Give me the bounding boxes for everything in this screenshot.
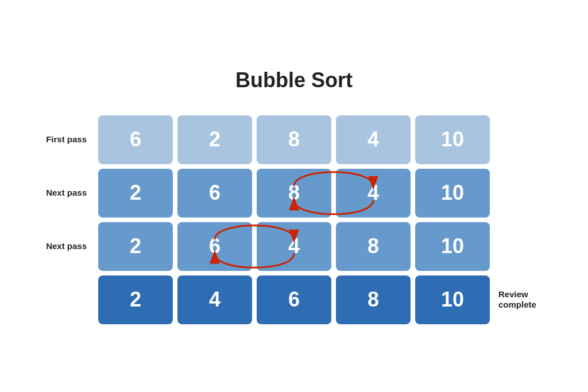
cell-2-2: 4 [257, 222, 331, 271]
cell-1-0: 2 [98, 169, 173, 218]
row-label-0: First pass [29, 134, 98, 145]
page-title: Bubble Sort [235, 68, 353, 92]
row-0: First pass628410 [29, 115, 559, 164]
cell-0-3: 4 [336, 115, 411, 164]
cell-3-1: 4 [177, 275, 252, 324]
cell-1-1: 6 [177, 169, 252, 218]
cell-3-4: 10 [415, 275, 490, 324]
main-container: Bubble Sort First pass628410Next pass268… [29, 68, 559, 324]
cell-2-1: 6 [177, 222, 252, 271]
cell-2-4: 10 [415, 222, 490, 271]
sort-grid: First pass628410Next pass268410 Next pas… [29, 115, 559, 324]
cell-2-3: 8 [336, 222, 411, 271]
cell-0-4: 10 [415, 115, 490, 164]
row-2: Next pass264810 [29, 222, 559, 271]
cell-2-0: 2 [98, 222, 173, 271]
cells-3: 246810 [98, 275, 490, 324]
cell-0-2: 8 [257, 115, 331, 164]
row-3: 246810Review complete [29, 275, 559, 324]
cell-0-0: 6 [98, 115, 173, 164]
cell-3-2: 6 [257, 275, 331, 324]
row-label-right-3: Review complete [490, 289, 559, 310]
cell-1-4: 10 [415, 169, 490, 218]
row-1: Next pass268410 [29, 169, 559, 218]
row-label-1: Next pass [29, 188, 98, 198]
cell-1-2: 8 [257, 169, 331, 218]
cells-2: 264810 [98, 222, 490, 271]
cell-0-1: 2 [177, 115, 252, 164]
cells-1: 268410 [98, 169, 490, 218]
cells-0: 628410 [98, 115, 490, 164]
cell-1-3: 4 [336, 169, 411, 218]
cell-3-0: 2 [98, 275, 173, 324]
cell-3-3: 8 [336, 275, 411, 324]
row-label-2: Next pass [29, 241, 98, 251]
